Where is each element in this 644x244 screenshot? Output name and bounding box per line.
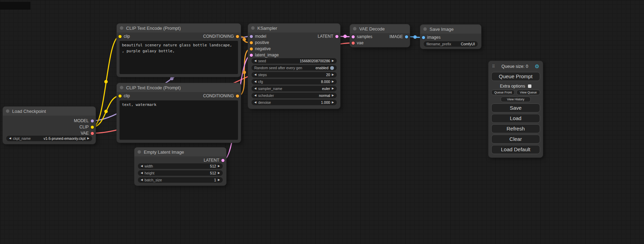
collapse-dot[interactable] <box>138 150 141 154</box>
widget-width[interactable]: ◀ width 512 ▶ <box>138 163 223 169</box>
widget-denoise[interactable]: ◀ denoise 1.000 ▶ <box>252 100 337 105</box>
collapse-dot[interactable] <box>251 26 255 30</box>
prompt-textarea[interactable]: text, watermark <box>120 100 238 140</box>
input-slot-model: model <box>250 33 266 39</box>
widget-sampler-name[interactable]: ◀ sampler_name euler ▶ <box>252 86 337 91</box>
collapse-dot[interactable] <box>423 27 427 31</box>
arrow-left-icon[interactable]: ◀ <box>254 94 256 97</box>
slot-dot-conditioning[interactable] <box>236 35 239 38</box>
arrow-right-icon[interactable]: ▶ <box>332 80 334 83</box>
node-vae-decode[interactable]: VAE Decode samples vae IMAGE <box>350 24 410 47</box>
arrow-right-icon[interactable]: ▶ <box>218 165 220 168</box>
extra-options-checkbox[interactable] <box>528 84 531 88</box>
input-slot-positive: positive <box>250 39 269 46</box>
node-load-checkpoint[interactable]: Load Checkpoint MODEL CLIP VAE ◀ ckpt_na… <box>3 107 96 144</box>
slot-dot-latent[interactable] <box>335 35 338 38</box>
collapse-dot[interactable] <box>353 27 356 30</box>
queue-front-button[interactable]: Queue Front <box>491 90 515 95</box>
slot-dot-image[interactable] <box>405 35 408 38</box>
slot-dot-model[interactable] <box>250 35 253 38</box>
widget-ckpt-name[interactable]: ◀ ckpt_name v1-5-pruned-emaonly.ckpt ▶ <box>6 136 92 141</box>
collapse-dot[interactable] <box>6 109 9 113</box>
arrow-left-icon[interactable]: ◀ <box>141 179 143 181</box>
widget-filename-prefix[interactable]: filename_prefix ComfyUI <box>424 41 478 47</box>
arrow-right-icon[interactable]: ▶ <box>332 101 334 104</box>
collapse-dot[interactable] <box>120 86 123 89</box>
widget-batch-size[interactable]: ◀ batch_size 1 ▶ <box>138 177 223 183</box>
slot-dot-conditioning[interactable] <box>236 94 239 98</box>
slot-dot-conditioning[interactable] <box>250 41 253 44</box>
slot-dot-latent[interactable] <box>352 35 355 38</box>
widget-label: Random seed after every gen <box>254 66 302 70</box>
node-title-bar[interactable]: VAE Decode <box>350 24 410 33</box>
node-title-bar[interactable]: Save Image <box>420 25 481 34</box>
input-slot-vae: vae <box>352 40 363 46</box>
drag-handle-icon[interactable]: ⠿ <box>492 64 495 69</box>
queue-prompt-button[interactable]: Queue Prompt <box>491 72 540 81</box>
node-clip-text-encode-positive[interactable]: CLIP Text Encode (Prompt) clip CONDITION… <box>117 24 241 77</box>
arrow-left-icon[interactable]: ◀ <box>254 80 256 83</box>
collapse-dot[interactable] <box>120 26 123 30</box>
node-empty-latent-image[interactable]: Empty Latent Image LATENT ◀ width 512 ▶ … <box>134 147 226 186</box>
load-button[interactable]: Load <box>491 114 540 123</box>
slot-dot-latent[interactable] <box>250 54 253 57</box>
widget-steps[interactable]: ◀ steps 20 ▶ <box>252 72 337 78</box>
arrow-right-icon[interactable]: ▶ <box>218 179 220 181</box>
node-title-bar[interactable]: CLIP Text Encode (Prompt) <box>117 24 241 33</box>
widget-height[interactable]: ◀ height 512 ▶ <box>138 170 223 176</box>
slot-dot-model[interactable] <box>91 119 94 123</box>
arrow-left-icon[interactable]: ◀ <box>254 87 256 90</box>
toggle-knob[interactable] <box>330 66 334 70</box>
arrow-right-icon[interactable]: ▶ <box>332 60 334 62</box>
node-graph-canvas[interactable]: Load Checkpoint MODEL CLIP VAE ◀ ckpt_na… <box>0 0 644 244</box>
slot-dot-image[interactable] <box>422 36 425 39</box>
widget-scheduler[interactable]: ◀ scheduler normal ▶ <box>252 93 337 98</box>
settings-gear-icon[interactable]: ⚙ <box>535 63 539 70</box>
node-title-bar[interactable]: Empty Latent Image <box>134 147 226 156</box>
node-save-image[interactable]: Save Image images filename_prefix ComfyU… <box>420 25 481 49</box>
slot-dot-vae[interactable] <box>91 132 94 135</box>
arrow-right-icon[interactable]: ▶ <box>332 94 334 97</box>
slot-dot-clip[interactable] <box>118 94 122 98</box>
arrow-right-icon[interactable]: ▶ <box>218 172 220 174</box>
arrow-left-icon[interactable]: ◀ <box>9 137 11 140</box>
arrow-left-icon[interactable]: ◀ <box>254 60 256 62</box>
slot-dot-conditioning[interactable] <box>250 47 253 51</box>
slot-dot-clip[interactable] <box>118 35 122 38</box>
slot-dot-vae[interactable] <box>352 42 355 45</box>
slot-label: VAE <box>81 131 89 136</box>
slot-dot-clip[interactable] <box>91 126 94 129</box>
widget-label: width <box>144 164 153 168</box>
arrow-left-icon[interactable]: ◀ <box>141 172 143 174</box>
widget-seed[interactable]: ◀ seed 156680208700286 ▶ <box>252 58 337 64</box>
arrow-right-icon[interactable]: ▶ <box>87 137 89 140</box>
input-slot-clip: clip <box>118 93 130 99</box>
arrow-left-icon[interactable]: ◀ <box>254 101 256 104</box>
arrow-right-icon[interactable]: ▶ <box>332 87 334 90</box>
arrow-left-icon[interactable]: ◀ <box>141 165 143 168</box>
slot-label: positive <box>255 40 269 45</box>
prompt-textarea[interactable]: beautiful scenery nature glass bottle la… <box>120 41 238 74</box>
node-title-bar[interactable]: CLIP Text Encode (Prompt) <box>117 83 241 92</box>
output-slot-conditioning: CONDITIONING <box>203 93 239 99</box>
arrow-right-icon[interactable]: ▶ <box>332 73 334 76</box>
node-clip-text-encode-negative[interactable]: CLIP Text Encode (Prompt) clip CONDITION… <box>117 83 241 143</box>
widget-value: ComfyUI <box>461 42 475 46</box>
view-queue-button[interactable]: View Queue <box>517 90 540 95</box>
node-title-bar[interactable]: KSampler <box>248 24 340 33</box>
node-ksampler[interactable]: KSampler model positive negative latent_… <box>248 24 340 109</box>
refresh-button[interactable]: Refresh <box>491 124 540 133</box>
arrow-left-icon[interactable]: ◀ <box>254 73 256 76</box>
output-slot-latent: LATENT <box>318 33 338 39</box>
link-midpoint-dot <box>242 71 246 74</box>
slot-label: clip <box>124 34 130 39</box>
widget-cfg[interactable]: ◀ cfg 8.000 ▶ <box>252 79 337 84</box>
clear-button[interactable]: Clear <box>491 135 540 144</box>
save-button[interactable]: Save <box>491 103 540 112</box>
widget-random-seed-toggle[interactable]: Random seed after every gen enabled <box>252 65 337 71</box>
node-title-bar[interactable]: Load Checkpoint <box>3 107 96 116</box>
output-slot-model: MODEL <box>74 118 94 124</box>
slot-dot-latent[interactable] <box>221 159 224 162</box>
load-default-button[interactable]: Load Default <box>491 145 540 154</box>
view-history-button[interactable]: View History <box>501 97 531 102</box>
